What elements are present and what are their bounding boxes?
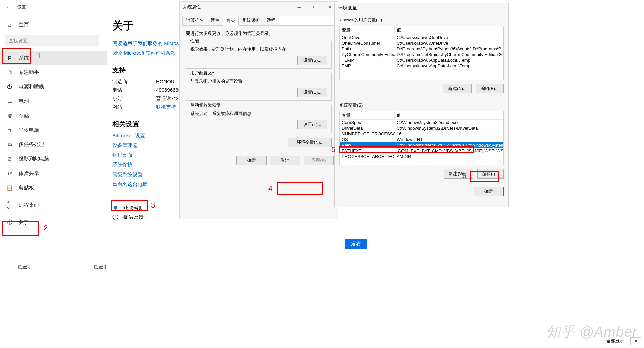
performance-group: 性能 视觉效果，处理器计划，内存使用，以及虚拟内存 设置(S)... <box>186 41 332 69</box>
var-row[interactable]: PyCharm Community EditionD:\Programs\Jet… <box>340 52 503 57</box>
sidebar-icon: 🖥 <box>7 55 13 61</box>
sidebar-icon: ⏻ <box>7 84 13 90</box>
sidebar-item-2[interactable]: ⏻电源和睡眠 <box>0 80 107 94</box>
home-label: 主页 <box>19 22 29 28</box>
minimize-button[interactable]: — <box>291 2 307 12</box>
ok-button[interactable]: 确定 <box>236 156 267 165</box>
sys-vars-label: 系统变量(S) <box>335 100 508 110</box>
close-x-button[interactable]: ✕ <box>630 337 641 345</box>
envdlg-title: 环境变量 <box>335 3 508 15</box>
sidebar-icon: ⎚ <box>7 156 13 162</box>
sidebar-icon: 📋 <box>7 185 13 191</box>
sidebar-item-label: 剪贴板 <box>19 185 34 191</box>
apply-button[interactable]: 应用(A) <box>304 156 334 165</box>
sidebar-item-8[interactable]: ✂体验共享 <box>0 166 107 181</box>
user-edit-button[interactable]: 编辑(E)... <box>476 84 504 93</box>
undo-text-1: 已撤消 <box>18 264 30 270</box>
cancel-button[interactable]: 取消 <box>270 156 300 165</box>
system-properties-dialog: 系统属性 — ☐ ✕ 计算机名硬件高级系统保护远程 要进行大多数更改，你必须作为… <box>179 1 338 219</box>
sidebar-item-label: 专注助手 <box>19 69 39 76</box>
sidebar-icon: ⛃ <box>7 113 13 119</box>
sidebar-icon: ✂ <box>7 170 13 177</box>
sidebar-item-label: 多任务处理 <box>19 141 44 148</box>
env-variables-button[interactable]: 环境变量(N)... <box>288 138 332 147</box>
undo-text-2: 已撤消 <box>94 264 106 270</box>
var-row[interactable]: OneDriveC:\Users\xiaowu\OneDrive <box>340 34 503 40</box>
home-icon: ⌂ <box>7 22 13 28</box>
env-variables-dialog: 环境变量 xiaowu 的用户变量(U) 变量值 OneDriveC:\User… <box>334 3 509 207</box>
startup-recovery-group: 启动和故障恢复 系统启动、系统故障和调试信息 设置(T)... <box>186 105 332 133</box>
settings-sidebar: ⌂ 主页 🖥系统☽专注助手⏻电源和睡眠▭电池⛃存储⌗平板电脑⧉多任务处理⎚投影到… <box>0 18 107 230</box>
startup-settings-button[interactable]: 设置(T)... <box>297 120 327 129</box>
var-row[interactable]: OneDriveConsumerC:\Users\xiaowu\OneDrive <box>340 40 503 46</box>
var-row[interactable]: TEMPC:\Users\xiaowu\AppData\Local\Temp <box>340 57 503 63</box>
sys-vars-table[interactable]: 变量值 ComSpecC:\Windows\system32\cmd.exeDr… <box>339 111 504 165</box>
sidebar-item-label: 系统 <box>19 55 29 61</box>
sidebar-item-6[interactable]: ⧉多任务处理 <box>0 137 107 152</box>
admin-note: 要进行大多数更改，你必须作为管理员登录。 <box>186 30 332 37</box>
var-row[interactable]: NUMBER_OF_PROCESSORS16 <box>340 131 503 137</box>
sidebar-item-label: 电池 <box>19 98 29 105</box>
var-row[interactable]: TMPC:\Users\xiaowu\AppData\Local\Temp <box>340 63 503 69</box>
sysprop-footer: 确定 取消 应用(A) <box>180 153 338 169</box>
sidebar-item-11[interactable]: ⓘ关于 <box>0 215 107 230</box>
perf-settings-button[interactable]: 设置(S)... <box>297 56 327 65</box>
sidebar-item-label: 体验共享 <box>19 170 39 177</box>
user-vars-table[interactable]: 变量值 OneDriveC:\Users\xiaowu\OneDriveOneD… <box>339 26 504 80</box>
user-profile-group: 用户配置文件 与登录帐户相关的桌面设置 设置(E)... <box>186 73 332 101</box>
var-row[interactable]: PROCESSOR_ARCHITECTUREAMD64 <box>340 154 503 159</box>
help-icon: 👤 <box>112 205 119 211</box>
sidebar-home[interactable]: ⌂ 主页 <box>0 18 107 31</box>
var-row[interactable]: PathD:\Programs\Python\Python36\Scripts\… <box>340 46 503 52</box>
var-row[interactable]: OSWindows_NT <box>340 137 503 142</box>
sidebar-icon: ☽ <box>7 69 13 76</box>
var-row[interactable]: PathC:\Windows\system32;C:\Windows;C:\Wi… <box>340 142 503 148</box>
sidebar-item-3[interactable]: ▭电池 <box>0 94 107 109</box>
sys-new-button[interactable]: 新建(W)... <box>444 169 473 179</box>
sidebar-item-label: 远程桌面 <box>19 202 39 208</box>
sidebar-item-label: 关于 <box>19 219 29 226</box>
sidebar-item-label: 平板电脑 <box>19 127 39 133</box>
env-ok-button[interactable]: 确定 <box>474 187 504 196</box>
settings-titlebar: ← 设置 <box>0 2 107 12</box>
sidebar-icon: ▭ <box>7 98 13 105</box>
sidebar-item-label: 投影到此电脑 <box>19 156 49 162</box>
tab-0[interactable]: 计算机名 <box>183 16 207 25</box>
user-vars-label: xiaowu 的用户变量(U) <box>335 15 508 24</box>
sidebar-icon: >< <box>7 199 13 211</box>
tab-2[interactable]: 高级 <box>223 16 239 26</box>
sidebar-item-label: 存储 <box>19 113 29 119</box>
publish-area: 发布 <box>345 239 367 249</box>
sidebar-icon: ⌗ <box>7 127 13 133</box>
tab-1[interactable]: 硬件 <box>207 16 223 25</box>
var-row[interactable]: ComSpecC:\Windows\system32\cmd.exe <box>340 120 503 125</box>
sysprop-titlebar: 系统属性 — ☐ ✕ <box>180 2 338 12</box>
publish-button[interactable]: 发布 <box>345 239 367 249</box>
sidebar-item-5[interactable]: ⌗平板电脑 <box>0 123 107 137</box>
settings-title: 设置 <box>17 4 26 10</box>
show-all-button[interactable]: 全部显示 <box>602 337 628 345</box>
sidebar-item-4[interactable]: ⛃存储 <box>0 109 107 123</box>
maximize-button[interactable]: ☐ <box>307 2 322 12</box>
back-arrow-icon[interactable]: ← <box>6 4 11 10</box>
search-container <box>5 35 102 46</box>
feedback-icon: 💬 <box>112 214 119 220</box>
sidebar-item-0[interactable]: 🖥系统 <box>0 51 107 65</box>
sidebar-item-10[interactable]: ><远程桌面 <box>0 195 107 215</box>
var-row[interactable]: DriverDataC:\Windows\System32\Drivers\Dr… <box>340 125 503 131</box>
sys-edit-button[interactable]: 编辑(I)... <box>477 169 504 179</box>
sidebar-item-9[interactable]: 📋剪贴板 <box>0 181 107 195</box>
sysprop-title: 系统属性 <box>180 4 201 10</box>
user-new-button[interactable]: 新建(N)... <box>443 84 472 93</box>
sidebar-item-1[interactable]: ☽专注助手 <box>0 65 107 80</box>
search-input[interactable] <box>5 35 99 46</box>
sidebar-icon: ⧉ <box>7 142 13 148</box>
bottom-right-controls: 全部显示 ✕ <box>602 337 641 345</box>
sidebar-item-7[interactable]: ⎚投影到此电脑 <box>0 152 107 166</box>
var-row[interactable]: PATHEXT.COM;.EXE;.BAT;.CMD;.VBS;.VBE;.JS… <box>340 148 503 154</box>
profile-settings-button[interactable]: 设置(E)... <box>297 88 327 97</box>
sysprop-tabs: 计算机名硬件高级系统保护远程 <box>182 16 335 26</box>
tab-3[interactable]: 系统保护 <box>239 16 263 25</box>
tab-4[interactable]: 远程 <box>263 16 279 25</box>
sidebar-item-label: 电源和睡眠 <box>19 84 44 90</box>
